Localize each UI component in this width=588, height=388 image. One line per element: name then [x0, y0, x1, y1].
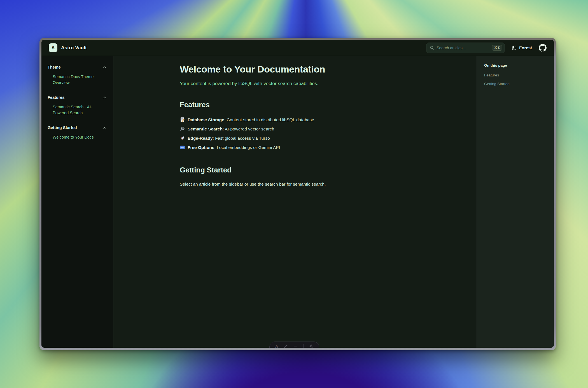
page-subtitle: Your content is powered by libSQL with v…	[180, 81, 437, 87]
feature-text: : AI-powered vector search	[223, 127, 274, 131]
brand[interactable]: A Astro Vault	[49, 43, 87, 52]
rocket-icon	[180, 135, 185, 141]
nav-section-features: Features Semantic Search - AI-Powered Se…	[48, 95, 106, 116]
astro-logo-icon[interactable]: A	[275, 344, 278, 348]
theme-toggle-label: Forest	[519, 45, 532, 50]
dev-toolbar[interactable]: A	[269, 342, 319, 348]
sidebar-nav: Theme Semantic Docs Theme Overview Featu…	[41, 56, 113, 348]
list-item: Database Storage: Content stored in dist…	[180, 117, 437, 122]
audit-icon[interactable]	[293, 344, 298, 348]
getting-started-heading: Getting Started	[180, 166, 437, 174]
toc-title: On this page	[484, 63, 548, 67]
github-icon	[539, 44, 547, 52]
search-input[interactable]	[437, 46, 489, 50]
site-logo-icon: A	[49, 43, 57, 52]
page-title: Welcome to Your Documentation	[180, 64, 437, 75]
getting-started-paragraph: Select an article from the sidebar or us…	[180, 182, 437, 187]
chevron-up-icon	[103, 66, 106, 69]
feature-label: Database Storage	[188, 117, 224, 122]
toc-link-getting-started[interactable]: Getting Started	[484, 82, 548, 86]
main-content: Welcome to Your Documentation Your conte…	[113, 56, 476, 348]
feature-label: Edge-Ready	[188, 136, 213, 141]
sidebar-item-welcome-to-your-docs[interactable]: Welcome to Your Docs	[53, 134, 106, 140]
nav-section-features-header[interactable]: Features	[48, 95, 106, 100]
nav-section-title: Getting Started	[48, 125, 77, 130]
features-heading: Features	[180, 100, 437, 109]
theme-contrast-icon	[512, 45, 517, 50]
app-window: A Astro Vault ⌘ K Forest	[39, 38, 556, 350]
features-list: Database Storage: Content stored in dist…	[180, 117, 437, 150]
feature-label: Free Options	[188, 145, 214, 150]
chevron-up-icon	[103, 96, 106, 99]
nav-section-getting-started: Getting Started Welcome to Your Docs	[48, 125, 106, 140]
site-title: Astro Vault	[61, 45, 87, 51]
nav-section-theme: Theme Semantic Docs Theme Overview	[48, 65, 106, 86]
free-icon: FREE	[180, 145, 185, 150]
nav-section-title: Features	[48, 95, 64, 100]
memo-icon	[180, 117, 185, 122]
toolbar-separator	[303, 344, 304, 348]
nav-section-title: Theme	[48, 65, 61, 69]
chevron-up-icon	[103, 126, 106, 130]
search-icon	[430, 46, 434, 50]
sidebar-item-semantic-docs-theme-overview[interactable]: Semantic Docs Theme Overview	[53, 74, 106, 86]
theme-toggle-button[interactable]: Forest	[512, 45, 532, 50]
toc-link-features[interactable]: Features	[484, 73, 548, 77]
feature-label: Semantic Search	[188, 127, 223, 131]
github-link[interactable]	[539, 44, 547, 52]
logo-letter: A	[52, 45, 55, 50]
search-shortcut-badge: ⌘ K	[492, 45, 502, 51]
list-item: Edge-Ready: Fast global access via Turso	[180, 135, 437, 141]
docs-app: A Astro Vault ⌘ K Forest	[41, 40, 554, 348]
svg-text:FREE: FREE	[180, 147, 185, 148]
body: Theme Semantic Docs Theme Overview Featu…	[41, 56, 554, 348]
on-this-page-panel: On this page Features Getting Started	[476, 56, 554, 348]
header-actions: ⌘ K Forest	[426, 43, 547, 53]
search-bar[interactable]: ⌘ K	[426, 43, 505, 53]
feature-text: : Fast global access via Turso	[213, 136, 270, 141]
feature-text: : Local embeddings or Gemini API	[214, 145, 280, 150]
sidebar-item-semantic-search[interactable]: Semantic Search - AI-Powered Search	[53, 104, 106, 116]
settings-gear-icon[interactable]	[309, 344, 313, 348]
header: A Astro Vault ⌘ K Forest	[41, 40, 554, 56]
feature-text: : Content stored in distributed libSQL d…	[224, 117, 314, 122]
list-item: FREE Free Options: Local embeddings or G…	[180, 145, 437, 150]
inspect-icon[interactable]	[284, 344, 288, 348]
nav-section-theme-header[interactable]: Theme	[48, 65, 106, 69]
nav-section-getting-started-header[interactable]: Getting Started	[48, 125, 106, 130]
list-item: Semantic Search: AI-powered vector searc…	[180, 126, 437, 132]
magnifier-icon	[180, 126, 185, 132]
